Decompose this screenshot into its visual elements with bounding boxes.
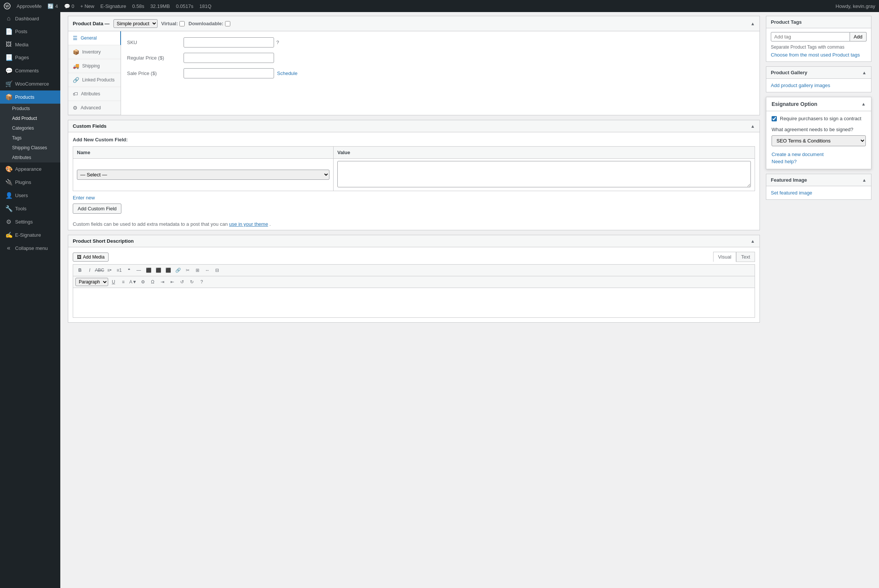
submenu-item-tags[interactable]: Tags [0, 133, 60, 143]
italic-button[interactable]: I [85, 266, 94, 275]
add-media-button[interactable]: 🖼 Add Media [73, 253, 109, 262]
product-type-select[interactable]: Simple product [113, 19, 158, 28]
fullscreen-button[interactable]: ↔ [203, 266, 212, 275]
downloadable-checkbox[interactable] [225, 21, 230, 26]
sidebar-item-appearance[interactable]: 🎨 Appearance [0, 162, 60, 176]
underline-button[interactable]: U [109, 277, 118, 286]
create-new-doc-link[interactable]: Create a new document [772, 152, 866, 157]
product-gallery-collapse[interactable] [862, 70, 867, 75]
indent-button[interactable]: ⇥ [158, 277, 167, 286]
justify-button[interactable]: ≡ [119, 277, 128, 286]
sidebar-item-woocommerce[interactable]: 🛒 WooCommerce [0, 77, 60, 90]
kitchen-sink-button[interactable]: ⊟ [213, 266, 222, 275]
sidebar-collapse[interactable]: « Collapse menu [0, 242, 60, 254]
unlink-button[interactable]: ✂ [183, 266, 192, 275]
sidebar-item-users[interactable]: 👤 Users [0, 189, 60, 202]
text-color-button[interactable]: A▼ [129, 277, 138, 286]
featured-image-collapse[interactable] [862, 178, 867, 183]
unordered-list-button[interactable]: ≡• [105, 266, 114, 275]
redo-button[interactable]: ↻ [187, 277, 196, 286]
add-gallery-images-link[interactable]: Add product gallery images [771, 83, 830, 88]
help-button[interactable]: ? [197, 277, 206, 286]
custom-field-value-textarea[interactable] [337, 161, 751, 187]
esignature-collapse[interactable] [861, 101, 866, 107]
tab-inventory[interactable]: 📦 Inventory [68, 45, 121, 59]
bold-button[interactable]: B [75, 266, 84, 275]
paste-word-button[interactable]: ⚙ [138, 277, 147, 286]
submenu-item-products[interactable]: Products [0, 104, 60, 113]
insert-table-button[interactable]: ⊞ [193, 266, 202, 275]
choose-tags-link[interactable]: Choose from the most used Product tags [771, 52, 860, 58]
align-right-button[interactable]: ⬛ [164, 266, 173, 275]
editor-area[interactable] [73, 288, 755, 318]
schedule-link[interactable]: Schedule [277, 70, 297, 76]
need-help-link[interactable]: Need help? [772, 159, 866, 164]
sidebar-item-posts[interactable]: 📄 Posts [0, 25, 60, 38]
align-center-button[interactable]: ⬛ [154, 266, 163, 275]
editor-tab-visual[interactable]: Visual [713, 252, 736, 262]
tab-attributes[interactable]: 🏷 Attributes [68, 87, 121, 101]
esignature-icon: ✍ [5, 231, 12, 239]
short-description-header: Product Short Description [68, 235, 760, 247]
tag-input[interactable] [771, 32, 850, 41]
regular-price-input[interactable] [184, 53, 274, 63]
sidebar-item-dashboard[interactable]: ⌂ Dashboard [0, 12, 60, 25]
ordered-list-button[interactable]: ≡1 [115, 266, 124, 275]
strikethrough-button[interactable]: ABC [95, 266, 104, 275]
submenu-item-categories[interactable]: Categories [0, 123, 60, 133]
sidebar-item-settings[interactable]: ⚙ Settings [0, 215, 60, 228]
product-data-collapse[interactable] [750, 21, 755, 26]
undo-button[interactable]: ↺ [178, 277, 187, 286]
require-contract-checkbox[interactable] [772, 116, 777, 121]
tab-general[interactable]: ☰ General [68, 31, 121, 45]
outdent-button[interactable]: ⇤ [168, 277, 177, 286]
virtual-checkbox[interactable] [179, 21, 185, 26]
user-greeting[interactable]: Howdy, kevin.gray [836, 3, 875, 9]
tab-shipping[interactable]: 🚚 Shipping [68, 59, 121, 73]
enter-new-link[interactable]: Enter new [73, 195, 755, 201]
hr-button[interactable]: — [134, 266, 143, 275]
comments-badge[interactable]: 💬 0 [64, 3, 74, 9]
sidebar-item-esignature[interactable]: ✍ E-Signature [0, 228, 60, 242]
featured-image-panel: Featured Image Set featured image [766, 174, 871, 200]
wp-logo[interactable]: W [4, 3, 11, 9]
set-featured-image-link[interactable]: Set featured image [771, 190, 812, 196]
pages-icon: 📃 [5, 54, 12, 61]
custom-field-name-select[interactable]: — Select — [77, 170, 329, 180]
new-button[interactable]: + New [80, 3, 94, 9]
submenu-item-add-product[interactable]: Add Product [0, 113, 60, 123]
sku-help[interactable]: ? [276, 40, 279, 45]
paragraph-select[interactable]: Paragraph [75, 278, 108, 286]
short-description-box: Product Short Description 🖼 Add Media Vi… [68, 235, 760, 323]
special-char-button[interactable]: Ω [148, 277, 157, 286]
inventory-icon: 📦 [73, 49, 79, 55]
tag-add-button[interactable]: Add [850, 32, 867, 41]
updates-badge[interactable]: 🔄 4 [47, 3, 58, 9]
perf-1: 0.58s [132, 3, 144, 9]
sidebar-item-tools[interactable]: 🔧 Tools [0, 202, 60, 215]
short-description-collapse[interactable] [750, 239, 755, 244]
collapse-icon: « [5, 245, 12, 251]
editor-tab-text[interactable]: Text [736, 252, 755, 262]
sku-input[interactable] [184, 37, 274, 47]
sidebar-item-products[interactable]: 📦 Products [0, 90, 60, 104]
align-left-button[interactable]: ⬛ [144, 266, 153, 275]
use-in-theme-link[interactable]: use in your theme [229, 221, 268, 227]
site-name[interactable]: ApproveMe [17, 3, 41, 9]
custom-fields-collapse[interactable] [750, 124, 755, 129]
link-button[interactable]: 🔗 [173, 266, 182, 275]
sku-label: SKU [127, 40, 184, 45]
add-custom-field-button[interactable]: Add Custom Field [73, 204, 121, 214]
featured-image-body: Set featured image [766, 186, 871, 199]
submenu-item-shipping-classes[interactable]: Shipping Classes [0, 143, 60, 153]
sidebar-item-media[interactable]: 🖼 Media [0, 38, 60, 51]
sidebar-item-plugins[interactable]: 🔌 Plugins [0, 176, 60, 189]
agreement-select[interactable]: SEO Terms & Conditions Privacy Policy Te… [772, 135, 866, 146]
sidebar-item-pages[interactable]: 📃 Pages [0, 51, 60, 64]
sale-price-input[interactable] [184, 68, 274, 78]
sidebar-item-comments[interactable]: 💬 Comments [0, 64, 60, 77]
blockquote-button[interactable]: ❝ [124, 266, 133, 275]
tab-linked-products[interactable]: 🔗 Linked Products [68, 73, 121, 87]
submenu-item-attributes[interactable]: Attributes [0, 153, 60, 162]
tab-advanced[interactable]: ⚙ Advanced [68, 101, 121, 115]
